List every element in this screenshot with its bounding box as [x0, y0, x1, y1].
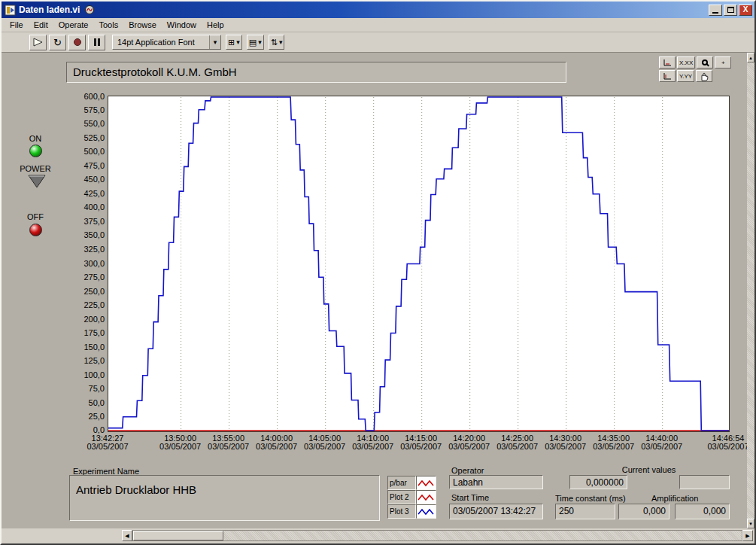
labview-window: Daten laden.vi X File Edit Operate Tools… — [0, 0, 756, 545]
menu-operate[interactable]: Operate — [53, 19, 94, 31]
current-values-label: Current values — [568, 465, 730, 474]
zoom-button[interactable] — [697, 56, 713, 69]
x-tick-label: 14:30:0003/05/2007 — [538, 434, 594, 451]
align-objects-dropdown[interactable]: ⊞ ▾ — [226, 35, 242, 50]
minimize-button[interactable] — [709, 5, 722, 16]
menu-window[interactable]: Window — [162, 19, 202, 31]
operator-field[interactable]: Labahn — [449, 475, 543, 489]
legend-row-pbar[interactable]: p/bar — [387, 476, 437, 490]
experiment-name-value: Antrieb Drucklabor HHB — [76, 483, 196, 496]
y-tick-label: 350,0 — [71, 230, 105, 239]
graph-palette: X.XX + Y.YY — [659, 56, 734, 84]
horizontal-scroll-track[interactable] — [132, 530, 742, 541]
pressure-graph: 600,0575,0550,0525,0500,0475,0450,0425,0… — [71, 90, 733, 453]
y-tick-label: 225,0 — [71, 300, 105, 309]
y-tick-label: 250,0 — [71, 287, 105, 296]
toolbar: ↻ 14pt Application Font ▾ ⊞ ▾ ▤ ▾ ⇅ ▾ — [2, 32, 754, 53]
pause-button[interactable] — [88, 35, 105, 50]
menu-tools[interactable]: Tools — [93, 19, 123, 31]
y-tick-label: 25,0 — [71, 412, 105, 421]
horizontal-scroll-thumb[interactable] — [133, 531, 223, 540]
continuous-run-icon: ↻ — [53, 37, 62, 48]
legend-row-plot3[interactable]: Plot 3 — [387, 504, 437, 519]
y-autoscale-button[interactable] — [659, 70, 676, 82]
horizontal-scrollbar[interactable]: ◀ ▶ — [122, 530, 753, 541]
abort-icon — [74, 38, 81, 46]
maximize-button[interactable] — [724, 5, 737, 16]
power-switch[interactable] — [27, 173, 47, 190]
current-value-2-field[interactable] — [679, 475, 730, 489]
scroll-left-button[interactable]: ◀ — [122, 530, 132, 541]
font-selector-dropdown-icon[interactable]: ▾ — [209, 35, 220, 49]
title-bar[interactable]: Daten laden.vi X — [2, 2, 754, 18]
distribute-objects-icon: ▤ — [249, 38, 257, 47]
y-tick-label: 75,0 — [71, 384, 105, 393]
maximize-icon — [727, 7, 734, 13]
y-tick-label: 450,0 — [71, 175, 105, 184]
y-tick-label: 150,0 — [71, 343, 105, 352]
amplification-field[interactable]: 0,000 — [675, 504, 730, 519]
y-tick-label: 300,0 — [71, 259, 105, 268]
y-axis-labels: 600,0575,0550,0525,0500,0475,0450,0425,0… — [71, 90, 105, 438]
reorder-objects-icon: ⇅ — [271, 38, 278, 47]
pan-button[interactable] — [696, 70, 712, 82]
x-autoscale-button[interactable] — [659, 56, 676, 69]
legend-row-plot2[interactable]: Plot 2 — [387, 490, 437, 504]
y-tick-label: 475,0 — [71, 161, 105, 170]
distribute-objects-dropdown[interactable]: ▤ ▾ — [247, 35, 264, 50]
legend-label-pbar[interactable]: p/bar — [387, 476, 416, 490]
experiment-name-field[interactable]: Antrieb Drucklabor HHB — [69, 475, 380, 521]
legend-line-sample-pbar[interactable] — [416, 476, 436, 490]
y-tick-label: 50,0 — [71, 398, 105, 407]
x-tick-label: 14:15:0003/05/2007 — [393, 434, 449, 451]
numeric-field-middle[interactable]: 0,000 — [618, 504, 669, 519]
y-tick-label: 525,0 — [71, 133, 105, 142]
x-tick-label: 13:50:0003/05/2007 — [153, 434, 208, 451]
protocol-title-box[interactable]: Drucktestprotokoll K.U.M. GmbH — [66, 62, 566, 83]
x-tick-label: 14:40:0003/05/2007 — [634, 434, 690, 451]
abort-button[interactable] — [68, 35, 86, 50]
labview-app-icon — [4, 4, 16, 16]
font-selector-value: 14pt Application Font — [113, 35, 209, 49]
vertical-scroll-track[interactable] — [747, 62, 754, 519]
time-constant-field[interactable]: 250 — [555, 504, 615, 519]
power-label: POWER — [12, 164, 59, 173]
scroll-up-button[interactable]: ▲ — [747, 53, 754, 62]
start-time-field[interactable]: 03/05/2007 13:42:27 — [449, 504, 543, 519]
vertical-scrollbar[interactable]: ▲ ▼ — [747, 53, 754, 528]
menu-edit[interactable]: Edit — [29, 19, 53, 31]
legend-line-sample-plot3[interactable] — [416, 504, 436, 519]
reorder-dropdown-arrow-icon: ▾ — [279, 38, 283, 46]
menu-help[interactable]: Help — [202, 19, 229, 31]
y-tick-label: 275,0 — [71, 272, 105, 282]
x-scale-format-button[interactable]: X.XX — [677, 56, 695, 69]
reorder-objects-dropdown[interactable]: ⇅ ▾ — [269, 35, 285, 50]
menu-file[interactable]: File — [5, 19, 29, 31]
run-button[interactable] — [29, 35, 47, 50]
current-value-1-field[interactable]: 0,000000 — [569, 475, 627, 489]
x-axis-labels: 13:42:2703/05/200713:50:0003/05/200713:5… — [71, 434, 733, 454]
magnifier-icon — [702, 59, 708, 65]
legend-label-plot3[interactable]: Plot 3 — [387, 504, 416, 519]
plot-area[interactable] — [108, 96, 730, 432]
front-panel: Drucktestprotokoll K.U.M. GmbH X.XX + Y.… — [2, 53, 747, 528]
y-tick-label: 550,0 — [71, 119, 105, 128]
menu-browse[interactable]: Browse — [123, 19, 162, 31]
pause-icon — [94, 38, 100, 46]
y-tick-label: 575,0 — [71, 105, 105, 114]
y-scale-format-button[interactable]: Y.YY — [677, 70, 694, 82]
y-tick-label: 200,0 — [71, 315, 105, 324]
align-dropdown-arrow-icon: ▾ — [236, 38, 240, 46]
font-selector[interactable]: 14pt Application Font ▾ — [112, 35, 221, 50]
run-continuous-button[interactable]: ↻ — [49, 35, 66, 50]
zoom-in-button[interactable]: + — [715, 56, 731, 69]
x-tick-label: 14:05:0003/05/2007 — [297, 434, 353, 451]
hand-icon — [700, 72, 709, 81]
legend-label-plot2[interactable]: Plot 2 — [387, 490, 416, 504]
x-tick-label: 14:25:0003/05/2007 — [490, 434, 545, 451]
scroll-down-button[interactable]: ▼ — [747, 519, 754, 528]
scroll-right-button[interactable]: ▶ — [742, 530, 753, 541]
y-tick-label: 175,0 — [71, 328, 105, 337]
legend-line-sample-plot2[interactable] — [416, 490, 436, 504]
close-button[interactable]: X — [739, 5, 752, 16]
